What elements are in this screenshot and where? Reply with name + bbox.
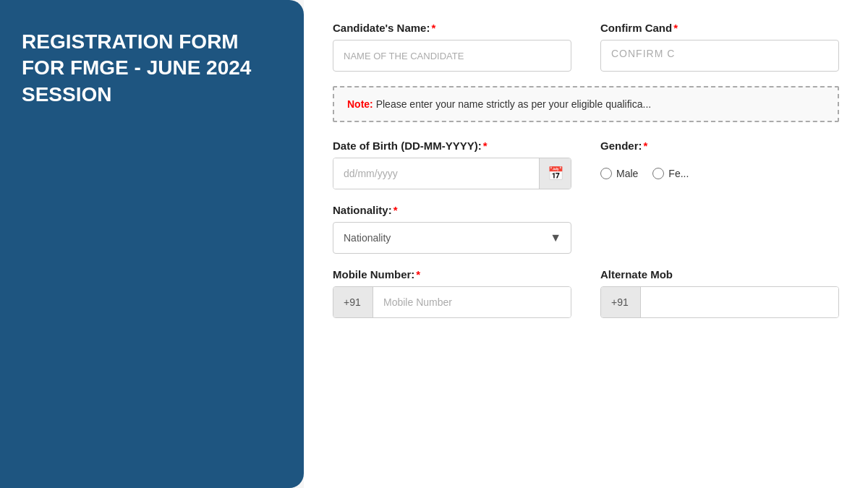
gender-group: Gender:* Male Fe...: [600, 140, 839, 189]
nationality-select[interactable]: Nationality Indian Other: [333, 222, 571, 254]
dob-required-star: *: [483, 140, 488, 152]
note-text: Note: Please enter your name strictly as…: [347, 98, 651, 110]
confirm-name-label: Confirm Cand*: [600, 22, 839, 34]
alternate-mobile-input-wrapper: +91: [600, 286, 839, 318]
gender-label: Gender:*: [600, 140, 839, 152]
calendar-button[interactable]: 📅: [539, 158, 571, 189]
note-content: Please enter your name strictly as per y…: [376, 98, 652, 110]
mobile-row: Mobile Number:* +91 Alternate Mob +91: [333, 268, 839, 318]
alternate-mobile-input[interactable]: [641, 287, 838, 317]
mobile-group: Mobile Number:* +91: [333, 268, 571, 318]
male-radio-label[interactable]: Male: [600, 168, 638, 179]
gender-required-star: *: [644, 140, 648, 152]
nationality-select-wrapper: Nationality Indian Other ▼: [333, 222, 571, 254]
sidebar-title: REGISTRATION FORM FOR FMGE - JUNE 2024 S…: [22, 29, 282, 108]
nationality-row: Nationality:* Nationality Indian Other ▼: [333, 204, 839, 254]
alternate-mobile-prefix: +91: [601, 287, 641, 317]
mobile-required-star: *: [416, 268, 420, 281]
alternate-mobile-group: Alternate Mob +91: [600, 268, 839, 318]
name-row: Candidate's Name:* Confirm Cand* CONFIRM…: [333, 22, 839, 72]
mobile-input-wrapper: +91: [333, 286, 571, 318]
male-radio[interactable]: [600, 168, 612, 179]
note-box: Note: Please enter your name strictly as…: [333, 86, 839, 122]
dob-group: Date of Birth (DD-MM-YYYY):* 📅: [333, 140, 571, 189]
dob-label: Date of Birth (DD-MM-YYYY):*: [333, 140, 571, 152]
female-radio-label[interactable]: Fe...: [652, 168, 689, 179]
alternate-mobile-label: Alternate Mob: [600, 268, 839, 281]
mobile-input[interactable]: [373, 287, 571, 317]
mobile-prefix: +91: [333, 287, 373, 317]
male-label: Male: [616, 168, 638, 179]
candidate-name-input[interactable]: [333, 40, 571, 72]
nationality-group: Nationality:* Nationality Indian Other ▼: [333, 204, 571, 254]
confirm-name-group: Confirm Cand* CONFIRM C: [600, 22, 839, 72]
dob-input[interactable]: [333, 158, 539, 189]
main-content: Candidate's Name:* Confirm Cand* CONFIRM…: [304, 0, 868, 488]
sidebar: REGISTRATION FORM FOR FMGE - JUNE 2024 S…: [0, 0, 304, 488]
confirm-name-display: CONFIRM C: [600, 40, 839, 72]
nationality-filler: [600, 204, 839, 254]
dob-gender-row: Date of Birth (DD-MM-YYYY):* 📅 Gender:* …: [333, 140, 839, 189]
female-label: Fe...: [668, 168, 689, 179]
candidate-name-group: Candidate's Name:*: [333, 22, 571, 72]
note-label: Note:: [347, 98, 373, 110]
radio-group: Male Fe...: [600, 158, 839, 189]
female-radio[interactable]: [652, 168, 664, 179]
mobile-label: Mobile Number:*: [333, 268, 571, 281]
required-star: *: [431, 22, 435, 34]
confirm-required-star: *: [673, 22, 678, 34]
nationality-label: Nationality:*: [333, 204, 571, 216]
nationality-required-star: *: [393, 204, 398, 216]
candidate-name-label: Candidate's Name:*: [333, 22, 571, 34]
dob-wrapper: 📅: [333, 158, 571, 189]
